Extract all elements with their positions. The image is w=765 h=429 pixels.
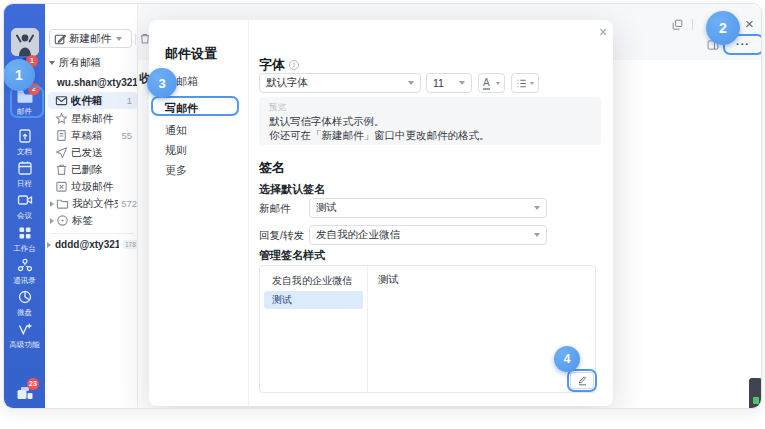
annotation-circle-4: 4 bbox=[554, 346, 580, 372]
close-window-button[interactable]: × bbox=[745, 15, 754, 32]
sidebar-item-advanced[interactable]: 高级功能 bbox=[4, 321, 45, 349]
chevron-down-icon bbox=[534, 206, 540, 210]
folder-row-drafts[interactable]: 草稿箱 55 bbox=[48, 127, 137, 144]
chevron-down-icon bbox=[459, 81, 465, 85]
folder-label: 草稿箱 bbox=[71, 129, 103, 143]
info-icon: i bbox=[289, 60, 299, 70]
signature-item-wecom[interactable]: 发自我的企业微信 bbox=[264, 272, 363, 290]
annotation-circle-2: 2 bbox=[706, 11, 740, 45]
nav-item-rules[interactable]: 规则 bbox=[165, 143, 187, 158]
avatar[interactable] bbox=[11, 28, 39, 56]
spam-icon bbox=[55, 180, 68, 193]
caret-right-icon bbox=[47, 242, 51, 248]
folder-label: 星标邮件 bbox=[71, 112, 113, 126]
account-row[interactable]: wu.shan@xty321.... bbox=[57, 77, 137, 88]
preview-line-2: 你还可在「新建邮件」窗口中更改邮件的格式。 bbox=[269, 128, 591, 142]
compose-icon bbox=[54, 33, 66, 45]
compose-button[interactable]: 新建邮件 bbox=[49, 29, 132, 48]
folder-row-my-folders[interactable]: 我的文件夹 572 bbox=[48, 195, 137, 212]
folder-row-tags[interactable]: 标签 bbox=[48, 212, 137, 229]
apps-badge: 23 bbox=[27, 378, 39, 390]
meeting-icon bbox=[17, 192, 33, 208]
font-color-button[interactable]: A bbox=[478, 73, 505, 93]
all-mailboxes-label: 所有邮箱 bbox=[59, 56, 101, 70]
sidebar-item-label: 会议 bbox=[4, 212, 45, 220]
signature-item-test[interactable]: 测试 bbox=[264, 291, 363, 309]
sidebar-item-label: 微盘 bbox=[4, 309, 45, 317]
folder-count: 572 bbox=[121, 198, 137, 209]
star-icon bbox=[55, 112, 68, 125]
font-color-letter: A bbox=[483, 77, 490, 90]
sidebar-item-meeting[interactable]: 会议 bbox=[4, 192, 45, 220]
docs-icon bbox=[17, 128, 33, 144]
pencil-icon bbox=[577, 375, 588, 386]
preview-line-1: 默认写信字体样式示例。 bbox=[269, 114, 591, 128]
folder-row-deleted[interactable]: 已删除 bbox=[48, 161, 137, 178]
sidebar-item-label: 高级功能 bbox=[4, 341, 45, 349]
restore-window-icon[interactable] bbox=[672, 19, 683, 30]
folder-label: 垃圾邮件 bbox=[71, 180, 113, 194]
sidebar-item-label: 通讯录 bbox=[4, 277, 45, 285]
calendar-icon bbox=[17, 160, 33, 176]
folder-label: 已删除 bbox=[71, 163, 103, 177]
dark-scrollbar[interactable] bbox=[749, 378, 762, 409]
folder-row-starred[interactable]: 星标邮件 bbox=[48, 110, 137, 127]
sidebar-item-drive[interactable]: 微盘 bbox=[4, 289, 45, 317]
drive-icon bbox=[17, 289, 33, 305]
edit-signature-button[interactable] bbox=[570, 372, 594, 389]
chevron-down-icon bbox=[530, 82, 534, 85]
folder-row-spam[interactable]: 垃圾邮件 bbox=[48, 178, 137, 195]
font-section-heading: 字体i bbox=[259, 56, 299, 74]
draft-icon bbox=[55, 129, 68, 142]
folder-row-sent[interactable]: 已发送 bbox=[48, 144, 137, 161]
all-mailboxes-row[interactable]: 所有邮箱 bbox=[49, 56, 101, 70]
nav-item-notifications[interactable]: 通知 bbox=[165, 123, 187, 138]
font-family-select[interactable]: 默认字体 bbox=[259, 73, 421, 93]
sidebar-item-mail[interactable]: 邮件 bbox=[4, 89, 45, 116]
font-size-select[interactable]: 11 bbox=[426, 73, 472, 93]
contacts-icon bbox=[17, 257, 33, 273]
nav-item-more[interactable]: 更多 bbox=[165, 163, 187, 178]
folder-label: 已发送 bbox=[71, 146, 103, 160]
reply-forward-label: 回复/转发 bbox=[259, 229, 304, 243]
preview-label: 预览 bbox=[269, 102, 591, 114]
signature-manager-box: 发自我的企业微信 测试 测试 bbox=[259, 265, 596, 393]
folder-divider bbox=[51, 233, 133, 234]
sidebar-item-label: 文档 bbox=[4, 148, 45, 156]
sidebar-item-apps[interactable] bbox=[4, 385, 45, 405]
sidebar-item-docs[interactable]: 文档 bbox=[4, 128, 45, 156]
manage-signature-heading: 管理签名样式 bbox=[259, 248, 325, 263]
choose-signature-heading: 选择默认签名 bbox=[259, 182, 325, 197]
chevron-down-icon bbox=[116, 37, 122, 41]
new-mail-signature-select[interactable]: 测试 bbox=[309, 198, 547, 218]
compose-label: 新建邮件 bbox=[69, 32, 111, 46]
secondary-account-badge: 178 bbox=[123, 240, 138, 249]
list-format-button[interactable] bbox=[511, 73, 539, 93]
controls-separator bbox=[692, 19, 693, 30]
folder-row-inbox[interactable]: 收件箱 1 bbox=[48, 92, 137, 109]
secondary-account-row[interactable]: dddd@xty321.... 178 bbox=[47, 239, 138, 250]
chevron-down-icon bbox=[408, 81, 414, 85]
scrollbar-marker bbox=[753, 397, 759, 404]
annotation-circle-1: 1 bbox=[3, 59, 35, 91]
sidebar-item-workbench[interactable]: 工作台 bbox=[4, 225, 45, 253]
dialog-close-button[interactable]: × bbox=[596, 24, 610, 40]
new-mail-signature-value: 测试 bbox=[316, 201, 337, 215]
signature-section-heading: 签名 bbox=[259, 159, 285, 177]
sidebar-item-label: 工作台 bbox=[4, 245, 45, 253]
reply-signature-select[interactable]: 发自我的企业微信 bbox=[309, 225, 547, 245]
nav-item-compose[interactable]: 写邮件 bbox=[165, 101, 198, 116]
folder-label: 我的文件夹 bbox=[72, 197, 118, 211]
sent-icon bbox=[55, 146, 68, 159]
folder-label: 收件箱 bbox=[71, 94, 103, 108]
numbered-list-icon bbox=[516, 78, 527, 89]
sidebar-item-calendar[interactable]: 日程 bbox=[4, 160, 45, 188]
folder-count: 1 bbox=[127, 95, 132, 106]
trash-icon bbox=[55, 163, 68, 176]
app-window: 收 — × ··· 1 bbox=[3, 3, 762, 409]
sidebar-item-contacts[interactable]: 通讯录 bbox=[4, 257, 45, 285]
tag-icon bbox=[56, 214, 69, 227]
secondary-account-label: dddd@xty321.... bbox=[55, 239, 119, 250]
folder-label: 标签 bbox=[72, 214, 93, 228]
mail-settings-dialog: 邮件设置 收邮箱 写邮件 通知 规则 更多 × 字体i 默认字体 11 A bbox=[149, 20, 613, 406]
